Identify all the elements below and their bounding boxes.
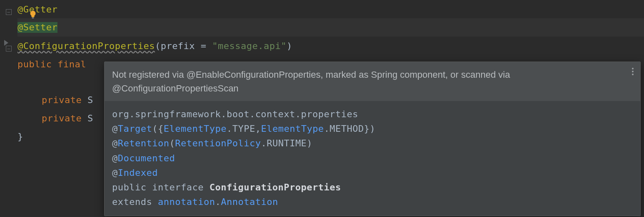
doc-link[interactable]: Indexed — [118, 168, 158, 178]
svg-rect-0 — [32, 17, 34, 18]
code-editor[interactable]: @Getter @Setter @ConfigurationProperties… — [0, 0, 644, 217]
string-literal: "message.api" — [212, 41, 287, 51]
package-name: org.springframework.boot.context.propert… — [112, 109, 358, 119]
fold-toggle[interactable] — [0, 46, 17, 52]
doc-link[interactable]: Documented — [118, 153, 175, 163]
type-ref: S — [87, 95, 93, 105]
code-line[interactable]: @Setter — [17, 18, 644, 37]
intention-bulb-icon[interactable] — [28, 10, 37, 19]
documentation-popup: Not registered via @EnableConfigurationP… — [104, 62, 641, 216]
doc-link[interactable]: Annotation — [221, 197, 278, 207]
run-gutter-icon[interactable] — [0, 40, 15, 46]
keyword: private — [42, 113, 87, 123]
inspection-warning: Not registered via @EnableConfigurationP… — [105, 62, 640, 101]
doc-link[interactable]: RetentionPolicy — [175, 138, 261, 148]
type-name: ConfigurationProperties — [210, 182, 341, 192]
doc-link[interactable]: annotation — [158, 197, 215, 207]
more-actions-icon[interactable] — [632, 68, 634, 75]
code-text: ) — [287, 41, 292, 51]
doc-link[interactable]: Retention — [118, 138, 170, 148]
keyword: public final — [17, 59, 92, 69]
code-text: (prefix = — [155, 41, 212, 51]
doc-link[interactable]: Target — [118, 123, 152, 134]
type-ref: S — [87, 113, 93, 123]
annotation: @Getter — [17, 4, 57, 15]
quick-doc-body: org.springframework.boot.context.propert… — [105, 101, 640, 216]
brace: } — [17, 131, 23, 142]
gutter — [0, 0, 17, 217]
code-line[interactable]: @ConfigurationProperties(prefix = "messa… — [17, 37, 644, 55]
annotation: @Setter — [17, 22, 57, 33]
code-line[interactable]: @Getter — [17, 0, 644, 18]
keyword: private — [42, 95, 87, 105]
annotation-warning: @ConfigurationProperties — [17, 41, 155, 51]
fold-toggle[interactable] — [0, 9, 17, 15]
doc-link[interactable]: ElementType — [164, 123, 227, 134]
warning-text: Not registered via @EnableConfigurationP… — [112, 69, 510, 94]
doc-link[interactable]: ElementType — [261, 123, 324, 134]
